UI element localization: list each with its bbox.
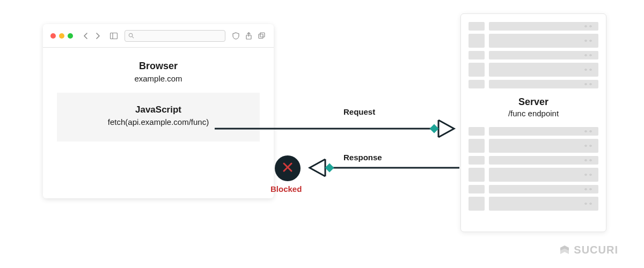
browser-window: Browser example.com JavaScript fetch(api…	[43, 24, 274, 198]
browser-title: Browser	[57, 61, 260, 72]
brand-mark-icon	[559, 244, 570, 256]
rack-row	[469, 63, 598, 77]
response-arrow	[310, 159, 459, 176]
rack-row	[469, 168, 598, 182]
rack-row	[469, 139, 598, 153]
toolbar-right-icons	[231, 31, 266, 41]
shield-icon[interactable]	[231, 31, 240, 41]
response-label: Response	[343, 153, 382, 162]
svg-rect-5	[259, 34, 263, 39]
javascript-box: JavaScript fetch(api.example.com/func)	[57, 93, 260, 142]
svg-rect-9	[430, 124, 439, 133]
rack-row	[469, 127, 598, 136]
x-icon	[282, 160, 294, 177]
server-title: Server	[469, 96, 598, 108]
rack-row	[469, 22, 598, 31]
svg-rect-12	[325, 163, 334, 173]
blocked-label: Blocked	[270, 184, 302, 193]
javascript-title: JavaScript	[67, 105, 250, 115]
close-icon[interactable]	[50, 33, 56, 39]
maximize-icon[interactable]	[68, 33, 73, 39]
browser-body: Browser example.com JavaScript fetch(api…	[43, 48, 274, 151]
brand-logo: SUCURI	[559, 244, 618, 256]
rack-row	[469, 197, 598, 211]
svg-line-3	[132, 36, 134, 38]
svg-rect-6	[260, 33, 265, 37]
browser-chrome-bar	[43, 24, 274, 48]
server-label-block: Server /func endpoint	[469, 96, 598, 118]
server-endpoint: /func endpoint	[469, 109, 598, 118]
window-controls	[50, 33, 73, 39]
forward-icon[interactable]	[92, 31, 103, 41]
rack-row	[469, 80, 598, 88]
rack-row	[469, 51, 598, 59]
javascript-call: fetch(api.example.com/func)	[67, 117, 250, 126]
browser-domain: example.com	[57, 74, 260, 83]
blocked-badge	[275, 155, 301, 181]
address-bar[interactable]	[125, 30, 225, 42]
brand-text: SUCURI	[574, 244, 618, 256]
svg-rect-0	[111, 33, 118, 39]
back-icon[interactable]	[80, 31, 91, 41]
sidebar-toggle-icon[interactable]	[108, 31, 119, 41]
search-icon	[128, 33, 134, 39]
copy-icon[interactable]	[257, 31, 266, 41]
rack-row	[469, 156, 598, 165]
nav-buttons	[80, 31, 103, 41]
rack-row	[469, 185, 598, 193]
request-label: Request	[343, 107, 375, 116]
share-icon[interactable]	[244, 31, 253, 41]
server-panel: Server /func endpoint	[460, 13, 606, 232]
rack-row	[469, 34, 598, 48]
minimize-icon[interactable]	[59, 33, 64, 39]
svg-point-2	[129, 33, 132, 36]
